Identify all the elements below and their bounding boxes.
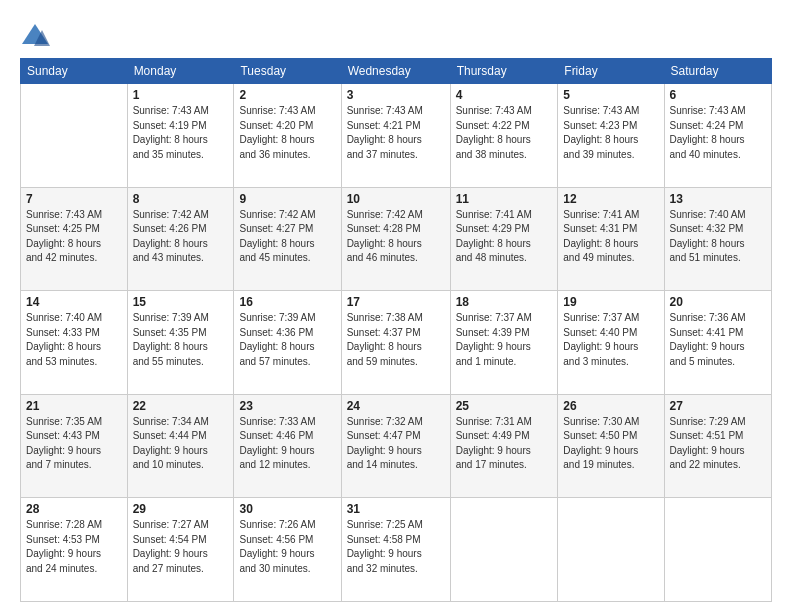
day-cell: 3Sunrise: 7:43 AM Sunset: 4:21 PM Daylig… <box>341 84 450 188</box>
day-info: Sunrise: 7:40 AM Sunset: 4:33 PM Dayligh… <box>26 311 122 369</box>
day-cell: 7Sunrise: 7:43 AM Sunset: 4:25 PM Daylig… <box>21 187 128 291</box>
day-cell: 25Sunrise: 7:31 AM Sunset: 4:49 PM Dayli… <box>450 394 558 498</box>
week-row-1: 1Sunrise: 7:43 AM Sunset: 4:19 PM Daylig… <box>21 84 772 188</box>
day-number: 30 <box>239 502 335 516</box>
header <box>20 16 772 50</box>
calendar-header: SundayMondayTuesdayWednesdayThursdayFrid… <box>21 59 772 84</box>
day-info: Sunrise: 7:43 AM Sunset: 4:22 PM Dayligh… <box>456 104 553 162</box>
day-info: Sunrise: 7:43 AM Sunset: 4:25 PM Dayligh… <box>26 208 122 266</box>
day-cell: 12Sunrise: 7:41 AM Sunset: 4:31 PM Dayli… <box>558 187 664 291</box>
day-info: Sunrise: 7:26 AM Sunset: 4:56 PM Dayligh… <box>239 518 335 576</box>
day-info: Sunrise: 7:30 AM Sunset: 4:50 PM Dayligh… <box>563 415 658 473</box>
day-cell: 2Sunrise: 7:43 AM Sunset: 4:20 PM Daylig… <box>234 84 341 188</box>
day-info: Sunrise: 7:43 AM Sunset: 4:20 PM Dayligh… <box>239 104 335 162</box>
day-number: 10 <box>347 192 445 206</box>
logo-icon <box>20 20 50 50</box>
day-cell: 26Sunrise: 7:30 AM Sunset: 4:50 PM Dayli… <box>558 394 664 498</box>
day-cell: 27Sunrise: 7:29 AM Sunset: 4:51 PM Dayli… <box>664 394 771 498</box>
day-number: 31 <box>347 502 445 516</box>
week-row-5: 28Sunrise: 7:28 AM Sunset: 4:53 PM Dayli… <box>21 498 772 602</box>
day-cell: 16Sunrise: 7:39 AM Sunset: 4:36 PM Dayli… <box>234 291 341 395</box>
day-info: Sunrise: 7:35 AM Sunset: 4:43 PM Dayligh… <box>26 415 122 473</box>
day-number: 9 <box>239 192 335 206</box>
day-cell <box>664 498 771 602</box>
calendar-body: 1Sunrise: 7:43 AM Sunset: 4:19 PM Daylig… <box>21 84 772 602</box>
day-number: 20 <box>670 295 766 309</box>
day-info: Sunrise: 7:36 AM Sunset: 4:41 PM Dayligh… <box>670 311 766 369</box>
day-info: Sunrise: 7:43 AM Sunset: 4:23 PM Dayligh… <box>563 104 658 162</box>
day-number: 17 <box>347 295 445 309</box>
day-info: Sunrise: 7:43 AM Sunset: 4:24 PM Dayligh… <box>670 104 766 162</box>
week-row-4: 21Sunrise: 7:35 AM Sunset: 4:43 PM Dayli… <box>21 394 772 498</box>
column-header-saturday: Saturday <box>664 59 771 84</box>
column-header-monday: Monday <box>127 59 234 84</box>
day-cell: 24Sunrise: 7:32 AM Sunset: 4:47 PM Dayli… <box>341 394 450 498</box>
day-number: 21 <box>26 399 122 413</box>
day-number: 29 <box>133 502 229 516</box>
day-cell: 4Sunrise: 7:43 AM Sunset: 4:22 PM Daylig… <box>450 84 558 188</box>
day-info: Sunrise: 7:37 AM Sunset: 4:39 PM Dayligh… <box>456 311 553 369</box>
day-number: 12 <box>563 192 658 206</box>
column-header-thursday: Thursday <box>450 59 558 84</box>
day-number: 24 <box>347 399 445 413</box>
day-cell: 18Sunrise: 7:37 AM Sunset: 4:39 PM Dayli… <box>450 291 558 395</box>
day-number: 4 <box>456 88 553 102</box>
day-info: Sunrise: 7:32 AM Sunset: 4:47 PM Dayligh… <box>347 415 445 473</box>
day-info: Sunrise: 7:40 AM Sunset: 4:32 PM Dayligh… <box>670 208 766 266</box>
day-info: Sunrise: 7:43 AM Sunset: 4:19 PM Dayligh… <box>133 104 229 162</box>
day-cell <box>450 498 558 602</box>
day-cell: 28Sunrise: 7:28 AM Sunset: 4:53 PM Dayli… <box>21 498 128 602</box>
day-info: Sunrise: 7:29 AM Sunset: 4:51 PM Dayligh… <box>670 415 766 473</box>
day-number: 26 <box>563 399 658 413</box>
day-number: 18 <box>456 295 553 309</box>
day-info: Sunrise: 7:42 AM Sunset: 4:26 PM Dayligh… <box>133 208 229 266</box>
calendar-header-row: SundayMondayTuesdayWednesdayThursdayFrid… <box>21 59 772 84</box>
week-row-2: 7Sunrise: 7:43 AM Sunset: 4:25 PM Daylig… <box>21 187 772 291</box>
day-number: 1 <box>133 88 229 102</box>
day-cell: 9Sunrise: 7:42 AM Sunset: 4:27 PM Daylig… <box>234 187 341 291</box>
day-number: 28 <box>26 502 122 516</box>
day-info: Sunrise: 7:25 AM Sunset: 4:58 PM Dayligh… <box>347 518 445 576</box>
day-cell: 6Sunrise: 7:43 AM Sunset: 4:24 PM Daylig… <box>664 84 771 188</box>
day-cell: 31Sunrise: 7:25 AM Sunset: 4:58 PM Dayli… <box>341 498 450 602</box>
day-info: Sunrise: 7:33 AM Sunset: 4:46 PM Dayligh… <box>239 415 335 473</box>
day-info: Sunrise: 7:43 AM Sunset: 4:21 PM Dayligh… <box>347 104 445 162</box>
day-number: 15 <box>133 295 229 309</box>
day-number: 5 <box>563 88 658 102</box>
day-info: Sunrise: 7:42 AM Sunset: 4:27 PM Dayligh… <box>239 208 335 266</box>
day-info: Sunrise: 7:38 AM Sunset: 4:37 PM Dayligh… <box>347 311 445 369</box>
day-cell: 1Sunrise: 7:43 AM Sunset: 4:19 PM Daylig… <box>127 84 234 188</box>
day-info: Sunrise: 7:34 AM Sunset: 4:44 PM Dayligh… <box>133 415 229 473</box>
day-cell: 20Sunrise: 7:36 AM Sunset: 4:41 PM Dayli… <box>664 291 771 395</box>
day-info: Sunrise: 7:27 AM Sunset: 4:54 PM Dayligh… <box>133 518 229 576</box>
day-cell: 14Sunrise: 7:40 AM Sunset: 4:33 PM Dayli… <box>21 291 128 395</box>
day-info: Sunrise: 7:28 AM Sunset: 4:53 PM Dayligh… <box>26 518 122 576</box>
day-number: 25 <box>456 399 553 413</box>
day-number: 13 <box>670 192 766 206</box>
day-number: 14 <box>26 295 122 309</box>
day-number: 3 <box>347 88 445 102</box>
day-cell: 29Sunrise: 7:27 AM Sunset: 4:54 PM Dayli… <box>127 498 234 602</box>
day-info: Sunrise: 7:39 AM Sunset: 4:35 PM Dayligh… <box>133 311 229 369</box>
column-header-sunday: Sunday <box>21 59 128 84</box>
day-cell <box>21 84 128 188</box>
day-info: Sunrise: 7:41 AM Sunset: 4:31 PM Dayligh… <box>563 208 658 266</box>
day-info: Sunrise: 7:39 AM Sunset: 4:36 PM Dayligh… <box>239 311 335 369</box>
day-cell: 21Sunrise: 7:35 AM Sunset: 4:43 PM Dayli… <box>21 394 128 498</box>
day-number: 19 <box>563 295 658 309</box>
day-info: Sunrise: 7:41 AM Sunset: 4:29 PM Dayligh… <box>456 208 553 266</box>
week-row-3: 14Sunrise: 7:40 AM Sunset: 4:33 PM Dayli… <box>21 291 772 395</box>
day-info: Sunrise: 7:31 AM Sunset: 4:49 PM Dayligh… <box>456 415 553 473</box>
day-number: 2 <box>239 88 335 102</box>
page: SundayMondayTuesdayWednesdayThursdayFrid… <box>0 0 792 612</box>
day-cell: 10Sunrise: 7:42 AM Sunset: 4:28 PM Dayli… <box>341 187 450 291</box>
day-number: 8 <box>133 192 229 206</box>
day-info: Sunrise: 7:42 AM Sunset: 4:28 PM Dayligh… <box>347 208 445 266</box>
day-number: 6 <box>670 88 766 102</box>
day-cell: 30Sunrise: 7:26 AM Sunset: 4:56 PM Dayli… <box>234 498 341 602</box>
day-number: 11 <box>456 192 553 206</box>
day-cell: 19Sunrise: 7:37 AM Sunset: 4:40 PM Dayli… <box>558 291 664 395</box>
day-info: Sunrise: 7:37 AM Sunset: 4:40 PM Dayligh… <box>563 311 658 369</box>
day-number: 16 <box>239 295 335 309</box>
day-number: 27 <box>670 399 766 413</box>
